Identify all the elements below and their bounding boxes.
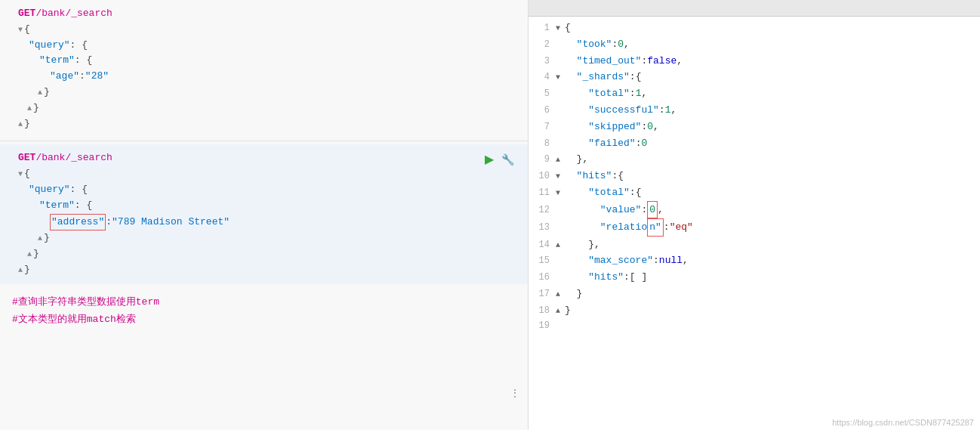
r-line-11: 11 ▼ "total" : { (529, 184, 980, 201)
line-brace-open-1: ▼{ (12, 22, 528, 38)
line-address-2: "address" :"789 Madison Street" (12, 214, 528, 231)
line-term-1: "term": { (12, 53, 528, 69)
r-line-12: 12 "value" : 0 , (529, 201, 980, 218)
path-1: /bank/_search (35, 6, 112, 22)
r-line-13: 13 "relation" : "eq" (529, 218, 980, 236)
r-line-5: 5 "total" : 1 , (529, 85, 980, 102)
right-content: 1 ▼ { 2 "took" : 0 , 3 "timed_out" : fal… (529, 17, 980, 430)
line-close-root-1: ▲} (12, 116, 528, 132)
line-close-term-1: ▲} (12, 85, 528, 101)
line-get-1: GET /bank/_search (12, 6, 528, 22)
r-line-10: 10 ▼ "hits" : { (529, 168, 980, 184)
line-query-2: "query": { (12, 182, 528, 198)
method-get-2: GET (18, 150, 35, 166)
line-close-root-2: ▲} (12, 262, 528, 278)
line-close-term-2: ▲} (12, 230, 528, 246)
r-line-18: 18 ▲ } (529, 302, 980, 319)
path-2: /bank/_search (35, 150, 112, 166)
r-line-1: 1 ▼ { (529, 20, 980, 36)
r-line-14: 14 ▲ }, (529, 237, 980, 253)
r-line-9: 9 ▲ }, (529, 151, 980, 168)
relation-highlight: n" (647, 218, 664, 236)
line-close-query-1: ▲} (12, 101, 528, 116)
right-header (529, 0, 980, 17)
address-highlight: "address" (50, 214, 106, 231)
comment-block: #查询非字符串类型数据使用term #文本类型的就用match检索 (0, 287, 528, 335)
value-highlight: 0 (647, 201, 658, 218)
comment-2: #文本类型的就用match检索 (12, 311, 528, 328)
line-brace-open-2: ▼{ (12, 166, 528, 182)
right-panel: 1 ▼ { 2 "took" : 0 , 3 "timed_out" : fal… (529, 0, 980, 430)
comment-1: #查询非字符串类型数据使用term (12, 293, 528, 311)
r-line-3: 3 "timed_out" : false , (529, 53, 980, 70)
r-line-4: 4 ▼ "_shards" : { (529, 69, 980, 85)
line-close-query-2: ▲} (12, 246, 528, 262)
line-age-1: "age":"28" (12, 69, 528, 85)
r-line-8: 8 "failed" : 0 (529, 135, 980, 152)
r-line-15: 15 "max_score" : null , (529, 252, 980, 269)
query-block-1: GET /bank/_search ▼{ "query": { "term": … (0, 0, 528, 141)
fold-1[interactable]: ▼ (18, 24, 23, 36)
method-get-1: GET (18, 6, 35, 22)
three-dots: ⋮ (510, 387, 522, 400)
left-panel: GET /bank/_search ▼{ "query": { "term": … (0, 0, 529, 430)
r-line-2: 2 "took" : 0 , (529, 36, 980, 53)
r-line-19: 19 (529, 319, 980, 334)
r-line-6: 6 "successful" : 1 , (529, 102, 980, 119)
line-query-1: "query": { (12, 38, 528, 54)
r-line-17: 17 ▲ } (529, 286, 980, 302)
r-line-16: 16 "hits" : [ ] (529, 269, 980, 286)
query-block-2: ▶ 🔧 GET /bank/_search ▼{ "query": { "ter… (0, 144, 528, 283)
r-line-7: 7 "skipped" : 0 , (529, 119, 980, 135)
line-get-2: GET /bank/_search (12, 150, 528, 166)
line-term-2: "term": { (12, 198, 528, 214)
watermark: https://blog.csdn.net/CSDN877425287 (832, 418, 974, 427)
